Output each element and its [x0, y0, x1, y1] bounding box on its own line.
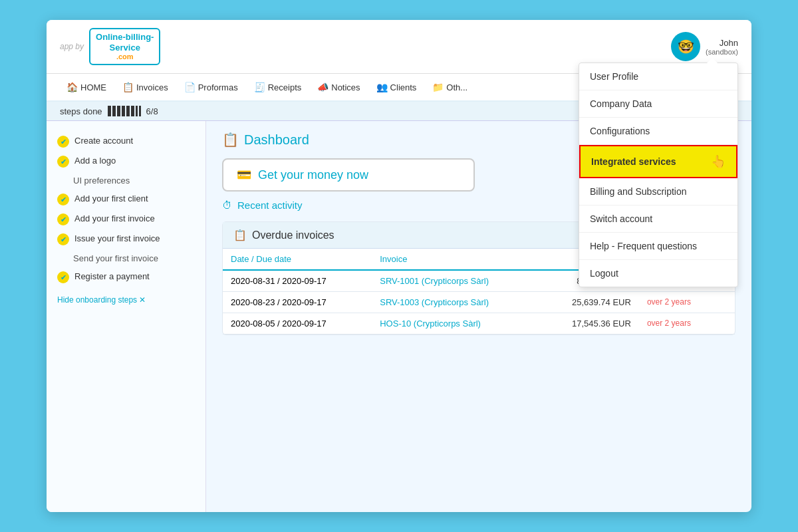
- dropdown-item-help[interactable]: Help - Frequent questions: [579, 233, 737, 260]
- app-window: app by Online-billing- Service.com 🤓 Joh…: [47, 20, 751, 512]
- cell-invoice-0[interactable]: SRV-1001 (Crypticorps Sàrl): [372, 270, 539, 292]
- step-1: [108, 106, 111, 116]
- check-icon-create-account: ✔: [57, 136, 69, 148]
- nav-invoices-label: Invoices: [136, 82, 168, 92]
- step-8: [139, 106, 141, 116]
- overdue-title-label: Overdue invoices: [252, 229, 334, 241]
- nav-notices-label: Notices: [331, 82, 360, 92]
- cell-invoice-2[interactable]: HOS-10 (Crypticorps Sàrl): [372, 313, 539, 334]
- sidebar-item-send-first-invoice[interactable]: Send your first invoice: [55, 249, 198, 267]
- nav-home-label: HOME: [80, 82, 106, 92]
- sidebar-label-create-account: Create account: [74, 136, 133, 146]
- sidebar-label-add-first-invoice: Add your first invoice: [74, 213, 155, 223]
- check-icon-register-payment: ✔: [57, 271, 69, 283]
- check-icon-issue-first-invoice: ✔: [57, 233, 69, 245]
- dropdown-item-billing-subscription[interactable]: Billing and Subscription: [579, 178, 737, 205]
- dropdown-item-configurations[interactable]: Configurations: [579, 118, 737, 145]
- notices-icon: 📣: [317, 82, 329, 92]
- cell-date-1: 2020-08-23 / 2020-09-17: [223, 292, 372, 313]
- sidebar-label-issue-first-invoice: Issue your first invoice: [74, 233, 160, 243]
- sidebar-item-create-account[interactable]: ✔ Create account: [55, 132, 198, 152]
- get-money-button[interactable]: 💳 Get your money now: [222, 158, 475, 192]
- receipts-icon: 🧾: [254, 82, 265, 92]
- logo: Online-billing- Service.com: [89, 28, 160, 65]
- app-by-text: app by: [60, 42, 84, 51]
- cell-date-2: 2020-08-05 / 2020-09-17: [223, 313, 372, 334]
- overdue-row: 2020-08-05 / 2020-09-17 HOS-10 (Cryptico…: [223, 313, 735, 334]
- step-6: [131, 106, 134, 116]
- cursor-icon: 👆: [711, 154, 726, 169]
- check-icon-add-logo: ✔: [57, 156, 69, 168]
- sidebar-item-issue-first-invoice[interactable]: ✔ Issue your first invoice: [55, 229, 198, 249]
- cell-total-2: 17,545.36 EUR: [539, 313, 639, 334]
- steps-label: steps done: [60, 106, 102, 116]
- nav-notices[interactable]: 📣 Notices: [311, 79, 366, 95]
- nav-clients[interactable]: 👥 Clients: [370, 79, 424, 95]
- step-5: [126, 106, 130, 116]
- col-date: Date / Due date: [223, 249, 372, 270]
- step-4: [122, 106, 125, 116]
- hide-onboarding-steps[interactable]: Hide onboarding steps ✕: [55, 295, 198, 305]
- step-7: [136, 106, 138, 116]
- dropdown-item-integrated-services[interactable]: Integrated services👆: [579, 145, 737, 178]
- user-display-name: John: [706, 38, 738, 48]
- user-name-block: John (sandbox): [706, 38, 738, 56]
- sidebar-item-add-logo[interactable]: ✔ Add a logo: [55, 152, 198, 172]
- step-3: [117, 106, 120, 116]
- sidebar-item-register-payment[interactable]: ✔ Register a payment: [55, 267, 198, 287]
- sidebar-label-add-logo: Add a logo: [74, 156, 116, 166]
- nav-receipts[interactable]: 🧾 Receipts: [247, 79, 309, 95]
- logo-line2: Service.com: [96, 43, 154, 62]
- cell-invoice-1[interactable]: SRV-1003 (Crypticorps Sàrl): [372, 292, 539, 313]
- sidebar: ✔ Create account ✔ Add a logo UI prefere…: [47, 121, 206, 512]
- get-money-icon: 💳: [237, 168, 251, 182]
- proformas-icon: 📄: [184, 82, 196, 92]
- dropdown-pointer: [707, 58, 718, 63]
- sidebar-item-add-first-invoice[interactable]: ✔ Add your first invoice: [55, 209, 198, 229]
- check-icon-add-first-client: ✔: [57, 194, 69, 205]
- sidebar-item-add-first-client[interactable]: ✔ Add your first client: [55, 190, 198, 209]
- dropdown-label-integrated-services: Integrated services: [591, 156, 676, 167]
- col-invoice: Invoice: [372, 249, 539, 270]
- dashboard-icon: 📋: [222, 132, 239, 148]
- cell-overdue-2: over 2 years: [639, 313, 735, 334]
- check-icon-add-first-invoice: ✔: [57, 213, 69, 225]
- dropdown-item-logout[interactable]: Logout: [579, 260, 737, 287]
- recent-activity-label: Recent activity: [237, 200, 303, 211]
- cell-date-0: 2020-08-31 / 2020-09-17: [223, 270, 372, 292]
- steps-progress: [108, 106, 141, 116]
- dropdown-item-company-data[interactable]: Company Data: [579, 90, 737, 118]
- nav-invoices[interactable]: 📋 Invoices: [116, 79, 175, 95]
- nav-other-label: Oth...: [446, 82, 467, 92]
- nav-receipts-label: Receipts: [268, 82, 302, 92]
- sidebar-item-ui-preferences[interactable]: UI preferences: [55, 172, 198, 190]
- dropdown-item-user-profile[interactable]: User Profile: [579, 63, 737, 90]
- sidebar-label-ui-preferences: UI preferences: [73, 176, 130, 186]
- sidebar-label-send-first-invoice: Send your first invoice: [73, 253, 158, 263]
- clients-icon: 👥: [376, 82, 388, 92]
- dropdown-menu: User ProfileCompany DataConfigurationsIn…: [579, 63, 738, 287]
- overdue-row: 2020-08-23 / 2020-09-17 SRV-1003 (Crypti…: [223, 292, 735, 313]
- sidebar-label-add-first-client: Add your first client: [74, 194, 148, 203]
- avatar-icon: 🤓: [671, 32, 700, 61]
- nav-other[interactable]: 📁 Oth...: [426, 79, 474, 95]
- step-2: [112, 106, 116, 116]
- invoices-icon: 📋: [122, 82, 134, 92]
- header-left: app by Online-billing- Service.com: [60, 28, 160, 65]
- user-sandbox: (sandbox): [706, 48, 738, 56]
- nav-clients-label: Clients: [390, 82, 417, 92]
- user-avatar[interactable]: 🤓 John (sandbox): [671, 32, 738, 61]
- recent-activity-icon: ⏱: [222, 200, 232, 211]
- dashboard-label: Dashboard: [244, 132, 309, 148]
- nav-home[interactable]: 🏠 HOME: [60, 79, 113, 95]
- sidebar-label-register-payment: Register a payment: [74, 271, 150, 281]
- other-icon: 📁: [432, 82, 444, 92]
- overdue-icon: 📋: [233, 229, 247, 241]
- nav-proformas-label: Proformas: [198, 82, 238, 92]
- nav-proformas[interactable]: 📄 Proformas: [178, 79, 245, 95]
- cell-total-1: 25,639.74 EUR: [539, 292, 639, 313]
- dropdown-item-switch-account[interactable]: Switch account: [579, 205, 737, 233]
- home-icon: 🏠: [66, 82, 78, 92]
- logo-line1: Online-billing-: [96, 32, 154, 43]
- get-money-label: Get your money now: [258, 168, 368, 182]
